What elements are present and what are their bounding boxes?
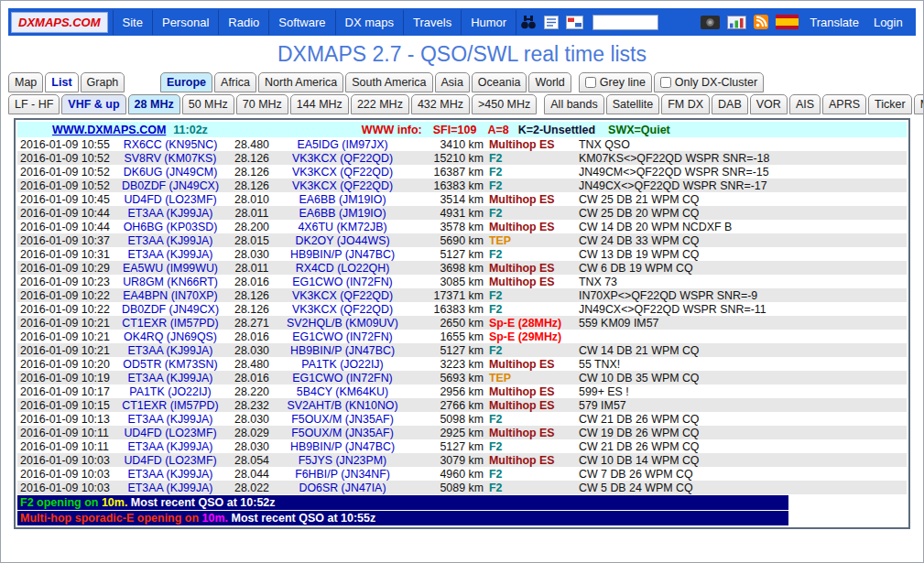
callsign-link[interactable]: F5OUX/M (JN35AF) bbox=[291, 413, 394, 426]
tab-vhf-up[interactable]: VHF & up bbox=[61, 94, 125, 114]
callsign-link[interactable]: UD4FD (LO23MF) bbox=[124, 193, 216, 206]
callsign-link[interactable]: HB9BIN/P (JN47BC) bbox=[290, 248, 395, 261]
callsign-link[interactable]: SV8RV (KM07KS) bbox=[124, 152, 216, 165]
callsign-link[interactable]: OH6BG (KP03SD) bbox=[124, 221, 218, 233]
tab-south-america[interactable]: South America bbox=[345, 72, 432, 92]
option-only-dx-cluster[interactable]: Only DX-Cluster bbox=[654, 72, 764, 92]
nav-item-radio[interactable]: Radio bbox=[218, 10, 268, 35]
tab-world[interactable]: World bbox=[528, 72, 571, 92]
tab-aprs[interactable]: APRS bbox=[822, 94, 866, 114]
search-input[interactable] bbox=[592, 15, 658, 30]
tab-asia[interactable]: Asia bbox=[435, 72, 470, 92]
tab-28-mhz[interactable]: 28 MHz bbox=[128, 94, 180, 114]
callsign-link[interactable]: ET3AA (KJ99JA) bbox=[128, 207, 213, 220]
tab-144-mhz[interactable]: 144 MHz bbox=[290, 94, 349, 114]
callsign-link[interactable]: VK3KCX (QF22QD) bbox=[292, 152, 393, 165]
tab-north-america[interactable]: North America bbox=[258, 72, 343, 92]
nav-item-software[interactable]: Software bbox=[268, 10, 334, 35]
callsign-link[interactable]: CT1EXR (IM57PD) bbox=[122, 399, 218, 412]
tab-70-mhz[interactable]: 70 MHz bbox=[236, 94, 288, 114]
callsign-link[interactable]: PA1TK (JO22IJ) bbox=[129, 385, 211, 398]
callsign-link[interactable]: SV2AHT/B (KN10NO) bbox=[287, 399, 397, 412]
checkbox-grey-line[interactable] bbox=[585, 77, 596, 88]
callsign-link[interactable]: UR8GM (KN66RT) bbox=[123, 276, 218, 288]
callsign-link[interactable]: ET3AA (KJ99JA) bbox=[128, 248, 213, 261]
callsign-link[interactable]: PA1TK (JO22IJ) bbox=[301, 358, 383, 371]
tab-oceania[interactable]: Oceania bbox=[472, 72, 527, 92]
callsign-link[interactable]: ET3AA (KJ99JA) bbox=[128, 440, 213, 453]
callsign-link[interactable]: F5OUX/M (JN35AF) bbox=[291, 427, 394, 439]
callsign-link[interactable]: F5JYS (JN23PM) bbox=[299, 454, 386, 467]
callsign-link[interactable]: OD5TR (KM73SN) bbox=[123, 358, 217, 371]
tab-graph[interactable]: Graph bbox=[81, 72, 125, 92]
callsign-link[interactable]: EG1CWO (IN72FN) bbox=[292, 276, 392, 288]
dxmaps-site-link[interactable]: WWW.DXMAPS.COM bbox=[52, 124, 166, 136]
tab-50-mhz[interactable]: 50 MHz bbox=[182, 94, 234, 114]
nav-item-personal[interactable]: Personal bbox=[152, 10, 218, 35]
callsign-link[interactable]: DK2OY (JO44WS) bbox=[295, 234, 389, 247]
tab-satellite[interactable]: Satellite bbox=[606, 94, 659, 114]
callsign-link[interactable]: ET3AA (KJ99JA) bbox=[128, 344, 213, 357]
callsign-link[interactable]: RX4CD (LO22QH) bbox=[296, 262, 390, 275]
callsign-link[interactable]: CT1EXR (IM57PD) bbox=[122, 317, 218, 330]
tab-list[interactable]: List bbox=[45, 72, 78, 92]
callsign-link[interactable]: 4X6TU (KM72JB) bbox=[298, 221, 386, 233]
callsign-link[interactable]: EA6BB (JM19IO) bbox=[299, 193, 386, 206]
camera-icon[interactable] bbox=[701, 16, 720, 29]
callsign-link[interactable]: ET3AA (KJ99JA) bbox=[128, 234, 213, 247]
tab-vor[interactable]: VOR bbox=[750, 94, 788, 114]
tab-ticker[interactable]: Ticker bbox=[868, 94, 912, 114]
callsign-link[interactable]: RX6CC (KN95NC) bbox=[124, 138, 218, 151]
nav-item-humor[interactable]: Humor bbox=[461, 10, 516, 35]
log-list-icon[interactable] bbox=[544, 16, 559, 29]
binoculars-icon[interactable] bbox=[520, 16, 537, 29]
tab-africa[interactable]: Africa bbox=[214, 72, 256, 92]
login-link[interactable]: Login bbox=[874, 16, 903, 29]
spain-flag-icon[interactable] bbox=[776, 15, 799, 29]
callsign-link[interactable]: HB9BIN/P (JN47BC) bbox=[290, 440, 395, 453]
callsign-link[interactable]: EA5WU (IM99WU) bbox=[123, 262, 218, 275]
callsign-link[interactable]: DB0ZDF (JN49CX) bbox=[122, 303, 219, 316]
callsign-link[interactable]: ET3AA (KJ99JA) bbox=[128, 372, 213, 384]
stats-icon[interactable] bbox=[727, 16, 746, 29]
callsign-link[interactable]: EG1CWO (IN72FN) bbox=[292, 372, 392, 384]
tab-dab[interactable]: DAB bbox=[712, 94, 748, 114]
callsign-link[interactable]: ET3AA (KJ99JA) bbox=[128, 468, 213, 481]
nav-item-site[interactable]: Site bbox=[113, 10, 152, 35]
callsign-link[interactable]: OK4RQ (JN69QS) bbox=[124, 330, 217, 343]
tab-muf-es[interactable]: MUF ES bbox=[914, 94, 924, 114]
nav-item-dx-maps[interactable]: DX maps bbox=[335, 10, 403, 35]
checkbox-only-dx-cluster[interactable] bbox=[660, 77, 671, 88]
rss-icon[interactable] bbox=[754, 15, 768, 29]
callsign-link[interactable]: 5B4CY (KM64KU) bbox=[297, 385, 388, 398]
tab-map[interactable]: Map bbox=[8, 72, 43, 92]
option-grey-line[interactable]: Grey line bbox=[579, 72, 652, 92]
tab-432-mhz[interactable]: 432 MHz bbox=[411, 94, 470, 114]
nav-item-travels[interactable]: Travels bbox=[403, 10, 461, 35]
translate-link[interactable]: Translate bbox=[810, 16, 859, 29]
callsign-link[interactable]: DB0ZDF (JN49CX) bbox=[122, 179, 219, 192]
callsign-link[interactable]: DO6SR (JN47IA) bbox=[299, 482, 386, 494]
callsign-link[interactable]: DK6UG (JN49CM) bbox=[124, 166, 218, 179]
language-screen-icon[interactable] bbox=[566, 16, 583, 29]
tab-europe[interactable]: Europe bbox=[160, 72, 212, 92]
callsign-link[interactable]: UD4FD (LO23MF) bbox=[124, 427, 216, 439]
callsign-link[interactable]: VK3KCX (QF22QD) bbox=[292, 166, 393, 179]
callsign-link[interactable]: VK3KCX (QF22QD) bbox=[292, 289, 393, 302]
callsign-link[interactable]: EA4BPN (IN70XP) bbox=[123, 289, 217, 302]
tab-fm-dx[interactable]: FM DX bbox=[661, 94, 710, 114]
tab-all-bands[interactable]: All bands bbox=[544, 94, 603, 114]
callsign-link[interactable]: UD4FD (LO23MF) bbox=[124, 454, 216, 467]
tab-450-mhz[interactable]: >450 MHz bbox=[472, 94, 537, 114]
tab-ais[interactable]: AIS bbox=[789, 94, 821, 114]
callsign-link[interactable]: ET3AA (KJ99JA) bbox=[128, 482, 213, 494]
tab-222-mhz[interactable]: 222 MHz bbox=[351, 94, 409, 114]
callsign-link[interactable]: EG1CWO (IN72FN) bbox=[292, 330, 392, 343]
callsign-link[interactable]: ET3AA (KJ99JA) bbox=[128, 413, 213, 426]
callsign-link[interactable]: VK3KCX (QF22QD) bbox=[292, 179, 393, 192]
dxmaps-logo[interactable]: DXMAPS.COM bbox=[11, 12, 108, 33]
callsign-link[interactable]: EA5IDG (IM97JX) bbox=[297, 138, 387, 151]
callsign-link[interactable]: EA6BB (JM19IO) bbox=[299, 207, 386, 220]
callsign-link[interactable]: VK3KCX (QF22QD) bbox=[292, 303, 393, 316]
callsign-link[interactable]: F6HBI/P (JN34NF) bbox=[295, 468, 390, 481]
